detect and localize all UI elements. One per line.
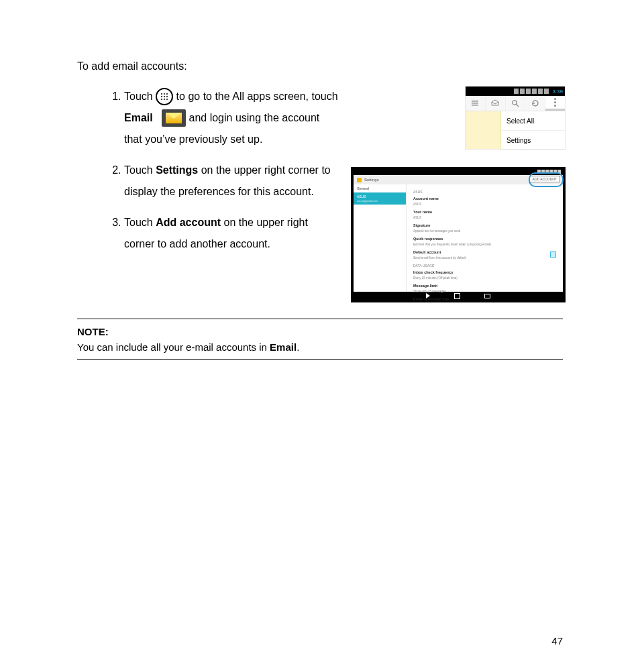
svg-point-5	[166, 96, 168, 97]
sidebar-account-name: ASUS	[357, 194, 366, 199]
screenshot-settings: Settings ADD ACCOUNT General ASUS asus@g…	[351, 167, 566, 302]
settings-main: ASUS Account nameASUS Your nameASUS Sign…	[407, 184, 563, 292]
email-toolbar	[466, 96, 565, 111]
svg-point-4	[164, 96, 165, 97]
settings-sidebar: General ASUS asus@gmail.com	[354, 184, 407, 292]
settings-header: Settings ADD ACCOUNT	[354, 175, 563, 184]
step-1-email-label: Email	[124, 112, 153, 123]
overflow-menu: Select All Settings	[501, 111, 565, 149]
refresh-icon[interactable]	[525, 96, 545, 111]
email-envelope-icon	[162, 109, 186, 127]
note-body-pre: You can include all your e-mail accounts…	[77, 341, 270, 353]
setting-row[interactable]: Inbox check frequencyEvery 15 minutes (O…	[413, 270, 556, 280]
svg-rect-11	[472, 105, 478, 106]
svg-rect-10	[472, 103, 478, 104]
step-3-pre: Touch	[124, 217, 156, 228]
steps-list: Touch to go to the All apps screen, touc…	[77, 86, 339, 255]
svg-point-6	[161, 99, 162, 100]
setting-row[interactable]: SignatureAppend text to messages you sen…	[413, 223, 556, 233]
settings-title: Settings	[364, 178, 379, 182]
setting-row[interactable]: Your nameASUS	[413, 210, 556, 220]
svg-point-0	[161, 93, 162, 95]
section-intro: To add email accounts:	[77, 60, 563, 72]
setting-row[interactable]: Quick responsesEdit text that you freque…	[413, 237, 556, 247]
tablet-status-bar	[354, 170, 563, 175]
screenshot-email-menu: 3:39 Select All Settings	[465, 86, 566, 150]
back-icon[interactable]	[426, 293, 430, 298]
status-time: 3:39	[552, 89, 563, 95]
note-body: You can include all your e-mail accounts…	[77, 341, 563, 353]
note-body-post: .	[297, 341, 299, 353]
step-3-bold: Add account	[156, 217, 221, 228]
step-1: Touch to go to the All apps screen, touc…	[124, 86, 339, 150]
setting-row[interactable]: Message limitShow only 25 messages	[413, 284, 556, 294]
drawer-icon[interactable]	[466, 96, 486, 111]
setting-row[interactable]: Account nameASUS	[413, 197, 556, 207]
menu-item-settings[interactable]: Settings	[501, 131, 565, 150]
apps-circle-icon	[156, 88, 173, 105]
setting-row-default[interactable]: Default accountSend email from this acco…	[413, 250, 556, 260]
email-list-pane	[466, 111, 501, 149]
step-2-pre: Touch	[124, 164, 156, 176]
compose-icon[interactable]	[486, 96, 506, 111]
svg-point-2	[166, 93, 168, 95]
menu-item-select-all[interactable]: Select All	[501, 111, 565, 131]
page-number: 47	[551, 635, 563, 647]
step-1-mid2: and login using the account that you’ve …	[124, 112, 319, 145]
settings-gear-icon	[357, 178, 362, 182]
sidebar-item-account[interactable]: ASUS asus@gmail.com	[354, 192, 406, 205]
step-1-pre: Touch	[124, 91, 156, 102]
step-2: Touch Settings on the upper right corner…	[124, 160, 339, 203]
svg-line-13	[516, 105, 519, 107]
account-header: ASUS	[413, 190, 556, 194]
note-title: NOTE:	[77, 326, 563, 337]
recent-icon[interactable]	[484, 294, 490, 298]
note-box: NOTE: You can include all your e-mail ac…	[77, 319, 563, 360]
overflow-menu-icon[interactable]	[545, 96, 565, 111]
svg-point-3	[161, 96, 162, 97]
home-icon[interactable]	[454, 293, 460, 299]
step-2-bold: Settings	[156, 164, 198, 176]
data-usage-header: DATA USAGE	[413, 264, 556, 268]
svg-rect-9	[472, 101, 478, 102]
step-3: Touch Add account on the upper right cor…	[124, 212, 339, 255]
add-account-button[interactable]: ADD ACCOUNT	[529, 176, 560, 182]
sidebar-item-general[interactable]: General	[354, 184, 406, 192]
svg-point-7	[164, 99, 165, 100]
step-1-mid1: to go to the All apps screen, touch	[176, 91, 338, 102]
svg-point-8	[166, 99, 168, 100]
svg-point-12	[513, 101, 517, 105]
sidebar-account-email: asus@gmail.com	[357, 199, 378, 203]
phone-status-bar: 3:39	[466, 87, 565, 96]
note-body-bold: Email	[270, 341, 297, 353]
search-icon[interactable]	[506, 96, 526, 111]
svg-point-1	[164, 93, 165, 95]
